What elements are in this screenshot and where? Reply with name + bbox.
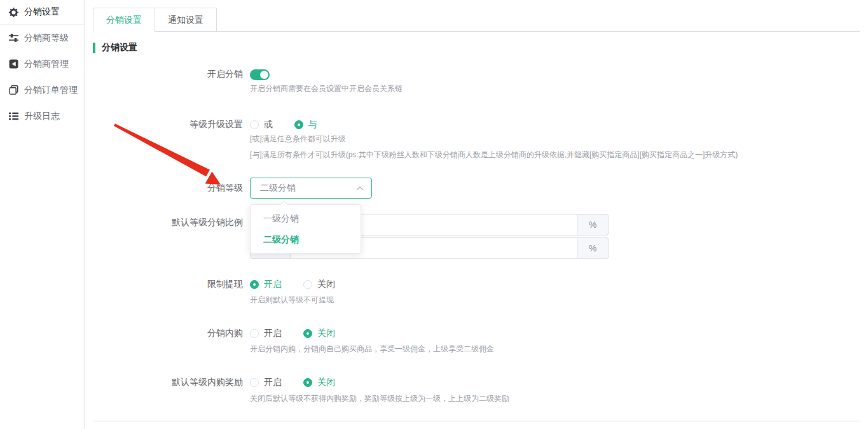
radio-circle-icon: [250, 280, 259, 289]
radio-upgrade-and[interactable]: 与: [294, 119, 317, 130]
radio-withdraw-on[interactable]: 开启: [250, 279, 282, 290]
inner-reward-help: 关闭后默认等级不获得内购奖励，奖励等级按上级为一级，上上级为二级奖励: [250, 393, 509, 404]
share-icon: [9, 59, 18, 69]
field-label: 限制提现: [93, 279, 243, 290]
radio-inner-reward-on[interactable]: 开启: [250, 377, 282, 388]
tab-bar: 分销设置 通知设置: [93, 8, 860, 32]
form-row-enable-distribution: 开启分销: [93, 66, 270, 83]
form-row-withdraw-limit: 限制提现 开启 关闭: [93, 278, 357, 291]
bottom-divider: [93, 421, 860, 421]
sidebar-item-distributor-level[interactable]: 分销商等级: [0, 25, 84, 51]
sidebar-item-label: 升级日志: [24, 111, 60, 122]
field-label: 分销等级: [93, 183, 243, 194]
sidebar-item-distribution-orders[interactable]: 分销订单管理: [0, 77, 84, 103]
tab-distribution-settings[interactable]: 分销设置: [93, 8, 155, 31]
percent-suffix-2: %: [577, 237, 609, 259]
radio-circle-icon: [250, 120, 259, 129]
toggle-knob: [260, 71, 268, 79]
radio-withdraw-off[interactable]: 关闭: [303, 279, 335, 290]
field-label: 分销内购: [93, 328, 243, 339]
section-accent-bar: [93, 43, 95, 53]
tab-label: 通知设置: [168, 15, 203, 25]
form-row-distribution-level: 分销等级: [93, 178, 243, 199]
select-value: 二级分销: [260, 183, 356, 194]
field-label-ratio: 默认等级分销比例: [93, 217, 243, 229]
radio-circle-icon: [250, 378, 259, 387]
list-icon: [9, 111, 18, 121]
radio-inner-buy-on[interactable]: 开启: [250, 328, 282, 339]
enable-distribution-toggle[interactable]: [250, 69, 270, 80]
sliders-icon: [9, 33, 18, 43]
radio-circle-icon: [303, 329, 312, 338]
radio-label: 开启: [264, 377, 282, 388]
sidebar-item-distributor-management[interactable]: 分销商管理: [0, 51, 84, 77]
radio-label: 或: [264, 119, 273, 130]
distribution-level-select[interactable]: 二级分销: [250, 178, 372, 199]
copy-icon: [9, 85, 18, 95]
level-dropdown-panel: 一级分销 二级分销: [250, 204, 361, 254]
tab-notification-settings[interactable]: 通知设置: [155, 8, 217, 31]
sidebar-item-label: 分销设置: [24, 6, 60, 18]
field-label: 默认等级内购奖励: [93, 377, 243, 388]
inner-buy-help: 开启分销内购，分销商自己购买商品，享受一级佣金，上级享受二级佣金: [250, 344, 494, 355]
radio-label: 开启: [264, 328, 282, 339]
upgrade-help-and: [与]满足所有条件才可以升级(ps:其中下级粉丝人数和下级分销商人数是上级分销商…: [250, 150, 738, 160]
form-row-upgrade-condition: 等级升级设置 或 与: [93, 118, 339, 131]
radio-circle-icon: [250, 329, 259, 338]
tab-label: 分销设置: [106, 15, 142, 25]
withdraw-help: 开启则默认等级不可提现: [250, 295, 334, 306]
enable-distribution-help: 开启分销商需要在会员设置中开启会员关系链: [250, 83, 403, 94]
radio-circle-icon: [303, 378, 312, 387]
radio-upgrade-or[interactable]: 或: [250, 119, 273, 130]
distribution-settings-page: 分销设置 分销商等级 分销商管理: [0, 0, 868, 429]
radio-label: 关闭: [317, 279, 335, 290]
field-label: 开启分销: [93, 69, 243, 80]
radio-label: 与: [308, 119, 317, 130]
sidebar-item-label: 分销商等级: [24, 32, 69, 44]
sidebar: 分销设置 分销商等级 分销商管理: [0, 0, 85, 429]
section-title: 分销设置: [102, 42, 137, 53]
sidebar-item-label: 分销商管理: [24, 59, 69, 70]
radio-circle-icon: [303, 280, 312, 289]
radio-label: 开启: [264, 279, 282, 290]
dropdown-option-level-1[interactable]: 一级分销: [251, 208, 361, 229]
radio-inner-reward-off[interactable]: 关闭: [303, 377, 335, 388]
form-row-inner-reward: 默认等级内购奖励 开启 关闭: [93, 376, 357, 389]
radio-inner-buy-off[interactable]: 关闭: [303, 328, 335, 339]
radio-circle-icon: [294, 120, 303, 129]
chevron-up-icon: [356, 186, 364, 191]
gear-icon: [9, 8, 18, 17]
sidebar-item-label: 分销订单管理: [24, 85, 78, 96]
radio-label: 关闭: [317, 328, 335, 339]
dropdown-option-level-2[interactable]: 二级分销: [251, 229, 361, 250]
section-header: 分销设置: [93, 42, 137, 53]
upgrade-help-or: [或]满足任意条件都可以升级: [250, 134, 346, 144]
percent-suffix-1: %: [577, 214, 609, 236]
sidebar-item-distribution-settings[interactable]: 分销设置: [0, 0, 84, 24]
sidebar-item-upgrade-log[interactable]: 升级日志: [0, 103, 84, 129]
radio-label: 关闭: [317, 377, 335, 388]
form-row-inner-buy: 分销内购 开启 关闭: [93, 327, 357, 340]
field-label: 等级升级设置: [93, 119, 243, 130]
